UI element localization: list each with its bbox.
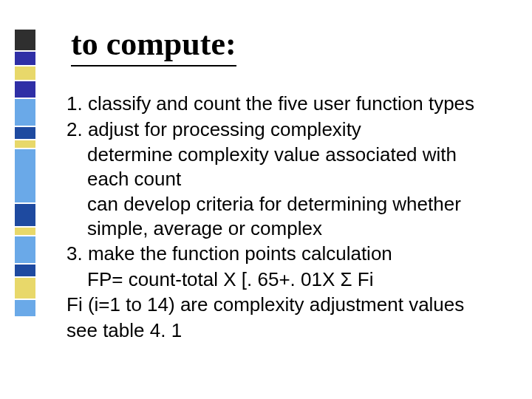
color-segment [15, 149, 35, 202]
color-segment [15, 66, 35, 80]
color-segment [15, 228, 35, 235]
color-segment [15, 52, 35, 65]
list-item-2b: can develop criteria for determining whe… [66, 192, 502, 240]
list-item-2: 2. adjust for processing complexity [66, 117, 502, 142]
color-segment [15, 127, 35, 139]
color-segment [15, 300, 35, 316]
slide: to compute: 1. classify and count the fi… [0, 0, 532, 399]
slide-body: 1. classify and count the five user func… [66, 90, 502, 342]
color-segment [15, 265, 35, 276]
color-segment [15, 140, 35, 148]
color-segment [15, 30, 35, 50]
list-item-2a: determine complexity value associated wi… [66, 143, 502, 191]
slide-title: to compute: [71, 27, 236, 66]
list-item-3a: FP= count-total X [. 65+. 01X Σ Fi [66, 267, 502, 292]
body-line-fi: Fi (i=1 to 14) are complexity adjustment… [66, 293, 502, 317]
list-item-1: 1. classify and count the five user func… [66, 92, 502, 116]
color-segment [15, 278, 35, 299]
body-line-table: see table 4. 1 [66, 318, 502, 343]
list-item-3: 3. make the function points calculation [66, 242, 502, 266]
color-segment [15, 204, 35, 226]
color-segment [15, 81, 35, 98]
color-segment [15, 99, 35, 126]
color-segment [15, 236, 35, 263]
decorative-color-bar [15, 30, 35, 316]
